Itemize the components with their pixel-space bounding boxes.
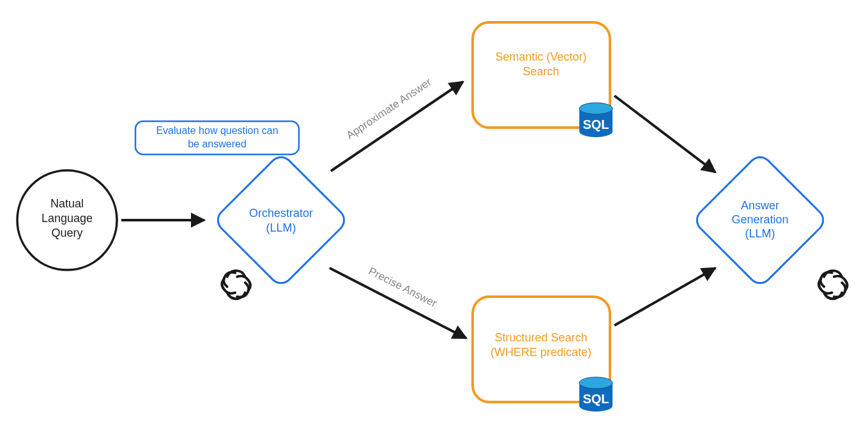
structured-line2: (WHERE predicate) <box>491 346 591 359</box>
label-precise: Precise Answer <box>367 265 439 309</box>
query-line1: Natual <box>50 197 84 210</box>
semantic-line2: Search <box>522 65 559 78</box>
query-line3: Query <box>51 227 82 239</box>
node-query: Natual Language Query <box>17 170 117 270</box>
callout-line2: be answered <box>188 138 247 149</box>
answer-line2: Generation <box>731 213 788 226</box>
openai-icon-answer <box>819 271 848 299</box>
orchestrator-line2: (LLM) <box>266 221 296 234</box>
svg-rect-3 <box>213 153 349 288</box>
sql-icon-semantic <box>579 103 613 137</box>
orchestrator-line1: Orchestrator <box>249 207 313 220</box>
semantic-line1: Semantic (Vector) <box>495 50 586 63</box>
answer-line1: Answer <box>741 199 779 212</box>
arrow-semantic-to-answer <box>614 96 715 172</box>
sql-icon-structured <box>579 377 613 412</box>
query-line2: Language <box>42 212 93 225</box>
structured-line1: Structured Search <box>494 331 587 344</box>
openai-icon-orchestrator <box>222 271 250 299</box>
arrow-approximate <box>331 82 463 171</box>
callout-line1: Evaluate how question can <box>156 125 278 136</box>
arrow-structured-to-answer <box>614 268 715 325</box>
node-orchestrator: Orchestrator (LLM) <box>213 153 349 288</box>
node-answer-generation: Answer Generation (LLM) <box>692 153 828 288</box>
callout-evaluate: Evaluate how question can be answered <box>135 121 299 154</box>
answer-line3: (LLM) <box>745 227 775 240</box>
